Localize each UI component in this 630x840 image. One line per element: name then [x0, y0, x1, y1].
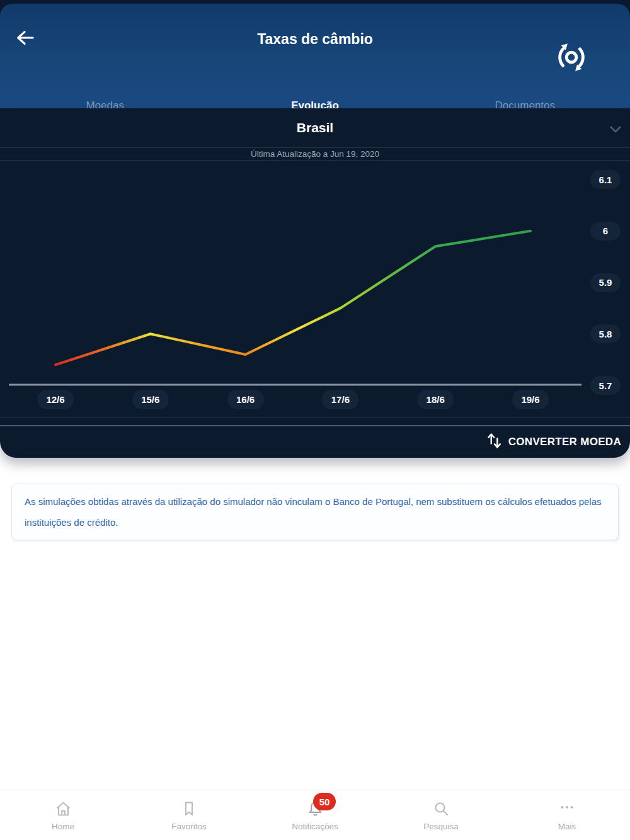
page-title: Taxas de câmbio	[0, 31, 630, 48]
exchange-rate-line	[55, 231, 530, 365]
line-chart-svg	[0, 161, 630, 417]
last-update-text: Última Atualização a Jun 19, 2020	[251, 149, 379, 159]
converter-moeda-button[interactable]: CONVERTER MOEDA	[0, 426, 630, 458]
x-axis-tick: 12/6	[37, 390, 74, 409]
nav-label: Home	[52, 822, 74, 831]
app-screen: Taxas de câmbio Moedas Evolução Document…	[0, 0, 630, 840]
sync-button[interactable]	[552, 39, 591, 78]
x-axis-tick: 19/6	[512, 390, 549, 409]
tab-bar: Moedas Evolução Documentos	[0, 98, 630, 108]
nav-item-notificacoes[interactable]: 50 Notificações	[252, 790, 378, 840]
x-axis-tick: 18/6	[417, 390, 454, 409]
nav-item-home[interactable]: Home	[0, 790, 126, 840]
last-update-row: Última Atualização a Jun 19, 2020	[0, 148, 630, 161]
x-axis-tick: 15/6	[132, 390, 169, 409]
converter-moeda-label: CONVERTER MOEDA	[508, 436, 621, 448]
notification-badge: 50	[313, 793, 336, 810]
tab-moedas[interactable]: Moedas	[0, 98, 210, 108]
sheet-divider	[0, 417, 630, 426]
country-selector[interactable]: Brasil	[0, 108, 630, 148]
tab-documentos[interactable]: Documentos	[420, 98, 630, 108]
x-axis-tick: 17/6	[322, 390, 358, 409]
nav-label: Mais	[558, 822, 576, 831]
sync-arrows-icon	[553, 39, 590, 78]
nav-label: Pesquisa	[423, 822, 459, 831]
app-header: Taxas de câmbio Moedas Evolução Document…	[0, 4, 630, 108]
disclaimer-text: As simulações obtidas através da utiliza…	[25, 491, 605, 533]
chevron-down-icon	[610, 124, 621, 135]
search-icon	[432, 800, 450, 817]
country-name: Brasil	[297, 120, 333, 135]
bookmark-icon	[180, 800, 198, 817]
y-axis-tick: 6.1	[590, 170, 621, 189]
x-axis-tick: 16/6	[227, 390, 264, 409]
evolution-chart: 6.165.95.85.712/615/616/617/618/619/6	[0, 161, 630, 417]
bottom-navigation: Home Favoritos 50 Notificações	[0, 790, 630, 840]
y-axis-tick: 5.8	[590, 324, 621, 343]
nav-label: Favoritos	[171, 822, 207, 831]
nav-item-favoritos[interactable]: Favoritos	[126, 790, 252, 840]
bell-icon: 50	[306, 800, 324, 817]
evolution-sheet: Brasil Última Atualização a Jun 19, 2020…	[0, 108, 630, 458]
tab-evolucao[interactable]: Evolução	[210, 98, 420, 108]
y-axis-tick: 5.7	[590, 376, 621, 395]
nav-label: Notificações	[292, 822, 338, 831]
nav-item-pesquisa[interactable]: Pesquisa	[378, 790, 504, 840]
convert-arrows-icon	[486, 432, 503, 452]
more-dots-icon	[558, 800, 576, 817]
disclaimer-card: As simulações obtidas através da utiliza…	[11, 484, 619, 540]
y-axis-tick: 6	[590, 222, 621, 241]
home-icon	[54, 800, 72, 817]
y-axis-tick: 5.9	[590, 273, 621, 292]
nav-item-mais[interactable]: Mais	[504, 790, 630, 840]
